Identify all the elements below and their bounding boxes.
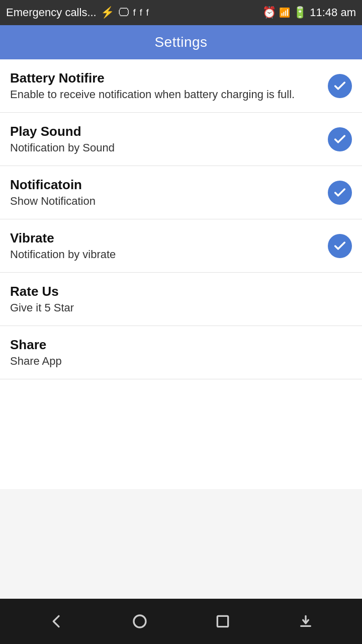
settings-subtitle-share: Share App: [10, 355, 352, 368]
sim-icon: 🖵: [118, 6, 129, 19]
app-bar: Settings: [0, 25, 362, 59]
settings-subtitle-notification: Show Notification: [10, 195, 322, 208]
svg-rect-1: [217, 616, 228, 626]
status-time: 11:48 am: [310, 6, 356, 19]
status-bar-left: Emergency calls... ⚡ 🖵 f f f: [6, 6, 149, 19]
alarm-icon: ⏰: [262, 6, 276, 19]
settings-item-text-battery: Battery Notifire Enable to receive notif…: [10, 70, 322, 101]
settings-item-text-rate: Rate Us Give it 5 Star: [10, 284, 352, 314]
svg-point-0: [134, 615, 146, 627]
nav-back-button[interactable]: [42, 606, 72, 636]
settings-item-rate-us[interactable]: Rate Us Give it 5 Star: [0, 273, 362, 326]
fb-icon-3: f: [146, 8, 149, 18]
status-bar-right: ⏰ 📶 🔋 11:48 am: [262, 6, 356, 19]
settings-item-text-sound: Play Sound Notification by Sound: [10, 124, 322, 154]
settings-title-sound: Play Sound: [10, 124, 322, 139]
checkbox-battery[interactable]: [328, 74, 352, 98]
check-icon: [333, 79, 347, 93]
settings-item-notification[interactable]: Notificatoin Show Notification: [0, 166, 362, 219]
battery-icon: 🔋: [293, 6, 307, 19]
settings-item-play-sound[interactable]: Play Sound Notification by Sound: [0, 113, 362, 166]
settings-title-share: Share: [10, 337, 352, 353]
nav-download-button[interactable]: [291, 606, 321, 636]
emergency-text: Emergency calls...: [6, 6, 97, 19]
recents-icon: [215, 613, 231, 629]
settings-title-vibrate: Vibrate: [10, 230, 322, 246]
settings-title-battery: Battery Notifire: [10, 70, 322, 86]
nav-home-button[interactable]: [125, 606, 155, 636]
settings-item-text-notification: Notificatoin Show Notification: [10, 177, 322, 208]
nav-recents-button[interactable]: [208, 606, 238, 636]
settings-list: Battery Notifire Enable to receive notif…: [0, 59, 362, 489]
settings-subtitle-sound: Notification by Sound: [10, 141, 322, 154]
checkbox-vibrate[interactable]: [328, 234, 352, 258]
check-icon-sound: [333, 132, 347, 146]
settings-subtitle-vibrate: Notification by vibrate: [10, 248, 322, 261]
content-spacer: [0, 489, 362, 599]
usb-icon: ⚡: [101, 6, 114, 19]
signal-icon: 📶: [279, 7, 290, 18]
settings-item-text-vibrate: Vibrate Notification by vibrate: [10, 230, 322, 261]
back-icon: [49, 613, 65, 629]
settings-subtitle-battery: Enable to receive notification when batt…: [10, 88, 322, 101]
home-icon: [132, 613, 148, 629]
app-bar-title: Settings: [154, 34, 207, 50]
checkbox-sound[interactable]: [328, 127, 352, 151]
check-icon-vibrate: [333, 239, 347, 253]
status-bar: Emergency calls... ⚡ 🖵 f f f ⏰ 📶 🔋 11:48…: [0, 0, 362, 25]
settings-subtitle-rate: Give it 5 Star: [10, 301, 352, 314]
settings-title-rate: Rate Us: [10, 284, 352, 299]
fb-icon-1: f: [133, 8, 136, 18]
fb-icon-2: f: [140, 8, 142, 18]
download-icon: [298, 613, 314, 629]
checkbox-notification[interactable]: [328, 181, 352, 205]
settings-item-vibrate[interactable]: Vibrate Notification by vibrate: [0, 219, 362, 273]
settings-title-notification: Notificatoin: [10, 177, 322, 193]
settings-item-share[interactable]: Share Share App: [0, 326, 362, 379]
settings-item-battery-notifire[interactable]: Battery Notifire Enable to receive notif…: [0, 59, 362, 113]
settings-item-text-share: Share Share App: [10, 337, 352, 368]
nav-bar: [0, 599, 362, 644]
check-icon-notification: [333, 186, 347, 200]
